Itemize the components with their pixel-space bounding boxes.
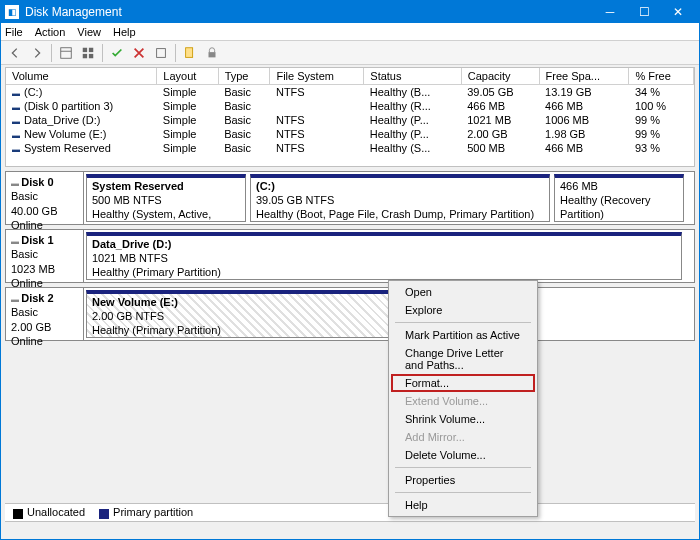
col-status[interactable]: Status xyxy=(364,68,461,85)
col-layout[interactable]: Layout xyxy=(157,68,218,85)
svg-rect-3 xyxy=(89,47,93,51)
col-fs[interactable]: File System xyxy=(270,68,364,85)
app-icon: ◧ xyxy=(5,5,19,19)
titlebar[interactable]: ◧ Disk Management ─ ☐ ✕ xyxy=(1,1,699,23)
disk-management-window: ◧ Disk Management ─ ☐ ✕ File Action View… xyxy=(0,0,700,540)
volume-header-row[interactable]: Volume Layout Type File System Status Ca… xyxy=(6,68,694,85)
menu-help[interactable]: Help xyxy=(113,26,136,38)
svg-rect-2 xyxy=(83,47,87,51)
cm-add-mirror: Add Mirror... xyxy=(391,428,535,446)
disk-info[interactable]: Disk 2Basic2.00 GBOnline xyxy=(6,288,84,340)
menu-action[interactable]: Action xyxy=(35,26,66,38)
svg-rect-7 xyxy=(186,47,193,57)
cm-change-drive-letter[interactable]: Change Drive Letter and Paths... xyxy=(391,344,535,374)
disk-row: Disk 1Basic1023 MBOnlineData_Drive (D:)1… xyxy=(5,229,695,283)
cm-shrink[interactable]: Shrink Volume... xyxy=(391,410,535,428)
window-title: Disk Management xyxy=(25,5,593,19)
cm-mark-active[interactable]: Mark Partition as Active xyxy=(391,326,535,344)
disk-graphical-view: Disk 0Basic40.00 GBOnlineSystem Reserved… xyxy=(5,171,695,501)
action-icon[interactable] xyxy=(151,43,171,63)
partition[interactable]: Data_Drive (D:)1021 MB NTFSHealthy (Prim… xyxy=(86,232,682,280)
toolbar xyxy=(1,41,699,65)
cm-properties[interactable]: Properties xyxy=(391,471,535,489)
menu-file[interactable]: File xyxy=(5,26,23,38)
legend-primary: Primary partition xyxy=(99,506,193,518)
svg-rect-6 xyxy=(157,48,166,57)
grid-icon[interactable] xyxy=(78,43,98,63)
disk-info[interactable]: Disk 1Basic1023 MBOnline xyxy=(6,230,84,282)
volume-list[interactable]: Volume Layout Type File System Status Ca… xyxy=(5,67,695,167)
legend: Unallocated Primary partition xyxy=(5,503,695,521)
partition[interactable]: 466 MBHealthy (Recovery Partition) xyxy=(554,174,684,222)
view-icon[interactable] xyxy=(56,43,76,63)
cm-help[interactable]: Help xyxy=(391,496,535,514)
svg-rect-8 xyxy=(209,52,216,57)
disk-row: Disk 0Basic40.00 GBOnlineSystem Reserved… xyxy=(5,171,695,225)
disk-row: Disk 2Basic2.00 GBOnlineNew Volume (E:)2… xyxy=(5,287,695,341)
partition[interactable]: (C:)39.05 GB NTFSHealthy (Boot, Page Fil… xyxy=(250,174,550,222)
svg-rect-4 xyxy=(83,53,87,57)
context-menu: Open Explore Mark Partition as Active Ch… xyxy=(388,280,538,517)
new-icon[interactable] xyxy=(180,43,200,63)
check-icon[interactable] xyxy=(107,43,127,63)
cm-open[interactable]: Open xyxy=(391,283,535,301)
maximize-button[interactable]: ☐ xyxy=(627,1,661,23)
disk-info[interactable]: Disk 0Basic40.00 GBOnline xyxy=(6,172,84,224)
volume-row[interactable]: Data_Drive (D:)SimpleBasicNTFSHealthy (P… xyxy=(6,113,694,127)
back-button[interactable] xyxy=(5,43,25,63)
partition[interactable]: System Reserved500 MB NTFSHealthy (Syste… xyxy=(86,174,246,222)
svg-rect-5 xyxy=(89,53,93,57)
volume-row[interactable]: System ReservedSimpleBasicNTFSHealthy (S… xyxy=(6,141,694,155)
volume-row[interactable]: New Volume (E:)SimpleBasicNTFSHealthy (P… xyxy=(6,127,694,141)
cm-extend: Extend Volume... xyxy=(391,392,535,410)
col-free[interactable]: Free Spa... xyxy=(539,68,629,85)
svg-rect-0 xyxy=(61,47,72,58)
cm-explore[interactable]: Explore xyxy=(391,301,535,319)
col-volume[interactable]: Volume xyxy=(6,68,157,85)
col-capacity[interactable]: Capacity xyxy=(461,68,539,85)
menu-view[interactable]: View xyxy=(77,26,101,38)
col-pct[interactable]: % Free xyxy=(629,68,694,85)
minimize-button[interactable]: ─ xyxy=(593,1,627,23)
forward-button[interactable] xyxy=(27,43,47,63)
volume-row[interactable]: (Disk 0 partition 3)SimpleBasicHealthy (… xyxy=(6,99,694,113)
col-type[interactable]: Type xyxy=(218,68,270,85)
statusbar xyxy=(5,521,695,539)
lock-icon[interactable] xyxy=(202,43,222,63)
legend-unallocated: Unallocated xyxy=(13,506,85,518)
volume-row[interactable]: (C:)SimpleBasicNTFSHealthy (B...39.05 GB… xyxy=(6,85,694,100)
delete-icon[interactable] xyxy=(129,43,149,63)
cm-format[interactable]: Format... xyxy=(391,374,535,392)
menubar: File Action View Help xyxy=(1,23,699,41)
close-button[interactable]: ✕ xyxy=(661,1,695,23)
cm-delete[interactable]: Delete Volume... xyxy=(391,446,535,464)
